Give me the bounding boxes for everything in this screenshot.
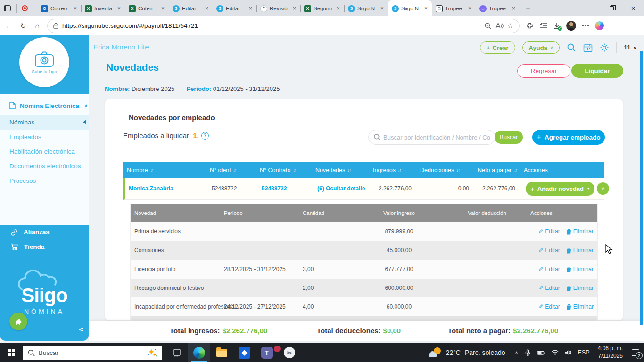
column-header-neto[interactable]: Neto a pagar xyxy=(474,167,520,173)
column-header-nombre[interactable]: Nombre xyxy=(123,167,206,173)
browser-tab-siigo-active[interactable]: Siigo N× xyxy=(388,0,432,16)
browser-tab-criterio[interactable]: Criteri× xyxy=(125,0,169,16)
profile-avatar[interactable] xyxy=(566,21,576,31)
browser-tab-trupee-2[interactable]: Trupee× xyxy=(476,0,520,16)
eliminar-link[interactable]: Eliminar xyxy=(566,266,594,272)
tab-close-icon[interactable]: × xyxy=(379,5,386,12)
taskbar-search-input[interactable] xyxy=(39,349,143,356)
regresar-button[interactable]: Regresar xyxy=(517,64,570,78)
tab-close-icon[interactable]: × xyxy=(291,5,298,12)
employee-name-link[interactable]: Monica Zanabria xyxy=(129,185,173,192)
browser-tab-editar-1[interactable]: Editar× xyxy=(169,0,213,16)
ayuda-button[interactable]: Ayuda∨ xyxy=(522,41,560,54)
hidden-icons-chevron[interactable]: ∧ xyxy=(515,350,519,356)
calendar-icon[interactable] xyxy=(583,43,593,52)
tab-close-icon[interactable]: × xyxy=(466,5,473,12)
language-indicator[interactable]: ESP xyxy=(578,349,590,356)
zoom-out-icon[interactable] xyxy=(484,22,492,30)
search-icon[interactable] xyxy=(567,43,576,52)
editar-link[interactable]: ✎Editar xyxy=(538,228,560,235)
taskbar-app-snipping[interactable]: ✂ xyxy=(278,343,301,362)
speaker-icon[interactable] xyxy=(565,350,572,355)
back-icon[interactable]: ← xyxy=(5,22,13,30)
sidebar-item-alianzas[interactable]: Alianzas xyxy=(0,225,89,239)
tab-close-icon[interactable]: × xyxy=(116,5,123,12)
upload-logo-button[interactable]: Sube tu logo xyxy=(19,37,69,87)
employee-search[interactable] xyxy=(368,130,495,145)
settings-gear-icon[interactable] xyxy=(600,43,609,52)
url-text[interactable]: https://siigonube.siigo.com/#/payroll/18… xyxy=(62,22,480,29)
window-close-button[interactable]: × xyxy=(622,0,644,16)
row-expand-button[interactable]: ∨ xyxy=(597,182,609,195)
editar-link[interactable]: ✎Editar xyxy=(538,247,560,254)
employee-contract-link[interactable]: 52488722 xyxy=(262,185,287,192)
taskbar-clock[interactable]: 4:06 p. m. 7/11/2025 xyxy=(594,345,627,360)
record-icon[interactable] xyxy=(22,5,28,11)
editar-link[interactable]: ✎Editar xyxy=(538,304,560,310)
browser-tab-inventa[interactable]: Inventa× xyxy=(81,0,125,16)
toggle-detail-link[interactable]: (6) Ocultar detalle xyxy=(317,185,365,192)
tab-close-icon[interactable]: × xyxy=(247,5,254,12)
liquidar-button[interactable]: Liquidar xyxy=(571,64,623,78)
browser-tab-trupee-1[interactable]: Trupee× xyxy=(432,0,476,16)
extensions-icon[interactable] xyxy=(526,22,534,30)
action-center-button[interactable]: 2 xyxy=(627,343,644,362)
weather-widget[interactable]: 22°C Parc. soleado xyxy=(423,343,511,362)
sidebar-item-nominas[interactable]: Nóminas xyxy=(0,115,89,130)
eliminar-link[interactable]: Eliminar xyxy=(566,228,594,235)
tab-close-icon[interactable]: × xyxy=(510,5,517,12)
sidebar-item-habilitacion[interactable]: Habilitación electrónica xyxy=(0,144,89,159)
downloads-icon[interactable]: ✓ xyxy=(553,23,560,29)
new-tab-button[interactable]: + xyxy=(521,2,535,15)
notifications-badge[interactable]: 11∨ xyxy=(624,44,637,51)
taskbar-app-teams[interactable]: T xyxy=(256,343,278,362)
browser-tab-revision[interactable]: Revisió× xyxy=(256,0,300,16)
start-button[interactable] xyxy=(0,343,23,362)
agregar-empleado-button[interactable]: +Agregar empleado xyxy=(532,130,605,145)
tab-close-icon[interactable]: × xyxy=(422,5,429,12)
copilot-icon[interactable] xyxy=(595,21,604,30)
sidebar-item-tienda[interactable]: Tienda xyxy=(0,239,89,254)
announcements-button[interactable] xyxy=(9,313,27,330)
wifi-icon[interactable] xyxy=(552,350,559,355)
window-restore-button[interactable] xyxy=(601,0,622,16)
column-header-ingresos[interactable]: Ingresos xyxy=(369,167,416,173)
eliminar-link[interactable]: Eliminar xyxy=(566,285,594,291)
task-view-button[interactable] xyxy=(165,343,188,362)
tab-close-icon[interactable]: × xyxy=(159,5,166,12)
column-header-deducciones[interactable]: Deducciones xyxy=(416,167,474,173)
sidebar-section-nomina-electronica[interactable]: Nómina Electrónica ∧ xyxy=(0,99,89,115)
sidebar-collapse-icon[interactable]: < xyxy=(79,325,83,333)
sidebar-item-empleados[interactable]: Empleados xyxy=(0,130,89,144)
editar-link[interactable]: ✎Editar xyxy=(538,285,560,291)
read-aloud-icon[interactable] xyxy=(495,23,504,29)
crear-button[interactable]: +Crear xyxy=(480,41,515,54)
taskbar-search[interactable] xyxy=(23,346,162,360)
sidebar-item-documentos[interactable]: Documentos electrónicos xyxy=(0,159,89,173)
column-header-novedades[interactable]: Novedades xyxy=(312,167,369,173)
browser-menu-icon[interactable] xyxy=(582,25,589,26)
address-bar[interactable]: https://siigonube.siigo.com/#/payroll/18… xyxy=(47,19,520,33)
employee-search-input[interactable] xyxy=(383,134,490,141)
browser-tab-editar-2[interactable]: Editar× xyxy=(213,0,256,16)
taskbar-app-explorer[interactable] xyxy=(210,343,233,362)
browser-tab-siigo-1[interactable]: Siigo N× xyxy=(344,0,388,16)
browser-tab-seguimiento[interactable]: Seguim× xyxy=(300,0,344,16)
eliminar-link[interactable]: Eliminar xyxy=(566,247,594,254)
tab-close-icon[interactable]: × xyxy=(335,5,342,12)
editar-link[interactable]: ✎Editar xyxy=(538,266,560,272)
help-icon[interactable]: ? xyxy=(201,132,209,140)
page-scrollbar[interactable] xyxy=(640,51,643,325)
taskbar-app-diamond[interactable] xyxy=(233,343,256,362)
tab-close-icon[interactable]: × xyxy=(72,5,79,12)
sidebar-item-procesos[interactable]: Procesos xyxy=(0,173,89,188)
eliminar-link[interactable]: Eliminar xyxy=(566,304,594,310)
microphone-icon[interactable] xyxy=(525,349,531,356)
home-icon[interactable]: ⌂ xyxy=(33,22,41,30)
taskbar-app-edge[interactable] xyxy=(188,343,210,362)
workspaces-icon[interactable] xyxy=(4,5,11,11)
buscar-button[interactable]: Buscar xyxy=(495,131,523,144)
anadir-novedad-button[interactable]: +Añadir novedad▾ xyxy=(526,182,594,196)
battery-icon[interactable] xyxy=(537,350,545,355)
collections-icon[interactable] xyxy=(540,22,547,29)
